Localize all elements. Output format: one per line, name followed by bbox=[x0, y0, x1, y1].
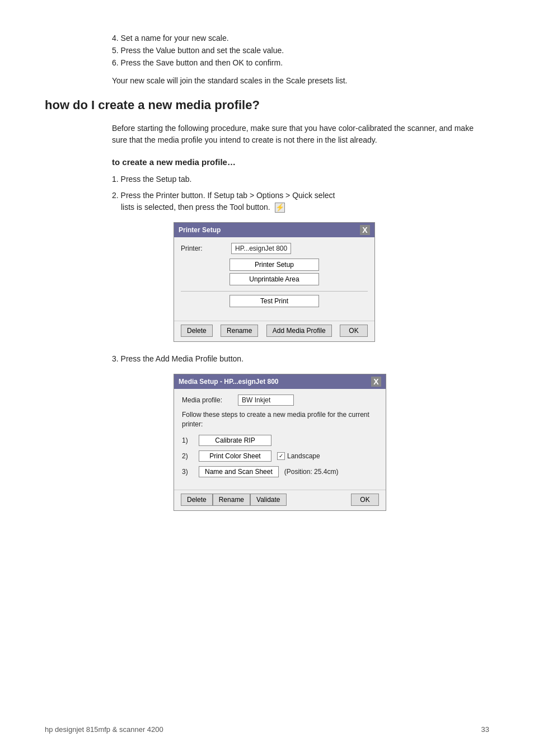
btn-print-color-sheet[interactable]: Print Color Sheet bbox=[199, 450, 271, 462]
section-heading: how do I create a new media profile? bbox=[45, 98, 489, 112]
media-step-3-row: 3) Name and Scan Sheet (Position: 25.4cm… bbox=[182, 466, 378, 477]
btn-ok-printer[interactable]: OK bbox=[340, 325, 368, 337]
tool-icon: ⚡ bbox=[275, 203, 285, 213]
step3-list: 3. Press the Add Media Profile button. bbox=[112, 353, 489, 365]
btn-ok-media[interactable]: OK bbox=[351, 494, 379, 506]
top-steps-list: 4. Set a name for your new scale. 5. Pre… bbox=[112, 34, 489, 67]
media-step-2-extra: ✓ Landscape bbox=[277, 452, 320, 460]
btn-delete[interactable]: Delete bbox=[181, 325, 213, 337]
printer-setup-titlebar: Printer Setup X bbox=[174, 223, 374, 237]
sub-heading: to create a new media profile… bbox=[112, 157, 489, 167]
create-step-3: 3. Press the Add Media Profile button. bbox=[112, 353, 489, 365]
step-6: 6. Press the Save button and then OK to … bbox=[112, 58, 489, 67]
btn-add-media-profile[interactable]: Add Media Profile bbox=[266, 325, 332, 337]
printer-label: Printer: bbox=[181, 245, 231, 252]
media-description: Follow these steps to create a new media… bbox=[182, 410, 378, 429]
media-step-3-num: 3) bbox=[182, 468, 199, 476]
step-5: 5. Press the Value button and set the sc… bbox=[112, 46, 489, 55]
btn-calibrate-rip[interactable]: Calibrate RIP bbox=[199, 435, 271, 446]
media-profile-row: Media profile: BW Inkjet bbox=[182, 395, 378, 406]
media-step-2-row: 2) Print Color Sheet ✓ Landscape bbox=[182, 450, 378, 462]
media-setup-titlebar: Media Setup - HP...esignJet 800 X bbox=[174, 374, 386, 389]
media-step-2-num: 2) bbox=[182, 452, 199, 460]
btn-rename-media[interactable]: Rename bbox=[213, 494, 250, 506]
printer-setup-close[interactable]: X bbox=[360, 225, 370, 235]
media-setup-title: Media Setup - HP...esignJet 800 bbox=[179, 378, 279, 386]
media-step-1-row: 1) Calibrate RIP bbox=[182, 435, 378, 446]
btn-delete-media[interactable]: Delete bbox=[181, 494, 213, 506]
step-4: 4. Set a name for your new scale. bbox=[112, 34, 489, 43]
landscape-checkbox[interactable]: ✓ bbox=[277, 452, 285, 460]
media-setup-close[interactable]: X bbox=[371, 377, 381, 387]
create-steps-list: 1. Press the Setup tab. 2. Press the Pri… bbox=[112, 173, 489, 213]
btn-unprintable-area[interactable]: Unprintable Area bbox=[229, 273, 319, 285]
step2-text-line1: 2. Press the Printer button. If Setup ta… bbox=[112, 191, 335, 200]
btn-validate[interactable]: Validate bbox=[250, 494, 286, 506]
media-profile-value: BW Inkjet bbox=[238, 395, 294, 406]
btn-test-print[interactable]: Test Print bbox=[229, 295, 319, 307]
btn-rename[interactable]: Rename bbox=[221, 325, 258, 337]
printer-setup-body: Printer: HP...esignJet 800 Printer Setup… bbox=[174, 237, 374, 318]
position-label: (Position: 25.4cm) bbox=[284, 468, 339, 476]
scale-paragraph: Your new scale will join the standard sc… bbox=[112, 75, 489, 87]
media-profile-label: Media profile: bbox=[182, 396, 238, 404]
printer-menu-section: Printer Setup Unprintable Area Test Prin… bbox=[181, 259, 368, 309]
btn-name-scan-sheet[interactable]: Name and Scan Sheet bbox=[199, 466, 279, 477]
footer-right: 33 bbox=[481, 725, 489, 734]
create-step-2: 2. Press the Printer button. If Setup ta… bbox=[112, 190, 489, 213]
media-step-3-extra: (Position: 25.4cm) bbox=[284, 468, 339, 476]
media-btn-row: Delete Rename Validate OK bbox=[174, 490, 386, 510]
intro-paragraph: Before starting the following procedure,… bbox=[112, 123, 489, 146]
footer: hp designjet 815mfp & scanner 4200 33 bbox=[0, 725, 534, 734]
printer-setup-title: Printer Setup bbox=[179, 226, 221, 234]
create-step-1: 1. Press the Setup tab. bbox=[112, 173, 489, 185]
media-step-1-num: 1) bbox=[182, 436, 199, 444]
printer-setup-dialog: Printer Setup X Printer: HP...esignJet 8… bbox=[174, 222, 375, 342]
printer-value: HP...esignJet 800 bbox=[231, 243, 291, 254]
step2-text-line2: lists is selected, then press the Tool b… bbox=[121, 203, 270, 212]
media-setup-dialog: Media Setup - HP...esignJet 800 X Media … bbox=[174, 374, 386, 511]
printer-row: Printer: HP...esignJet 800 bbox=[181, 243, 368, 254]
footer-left: hp designjet 815mfp & scanner 4200 bbox=[45, 725, 163, 734]
landscape-label: Landscape bbox=[287, 452, 320, 460]
printer-btn-row: Delete Rename Add Media Profile OK bbox=[174, 321, 374, 341]
media-setup-body: Media profile: BW Inkjet Follow these st… bbox=[174, 389, 386, 487]
btn-printer-setup[interactable]: Printer Setup bbox=[229, 259, 319, 271]
